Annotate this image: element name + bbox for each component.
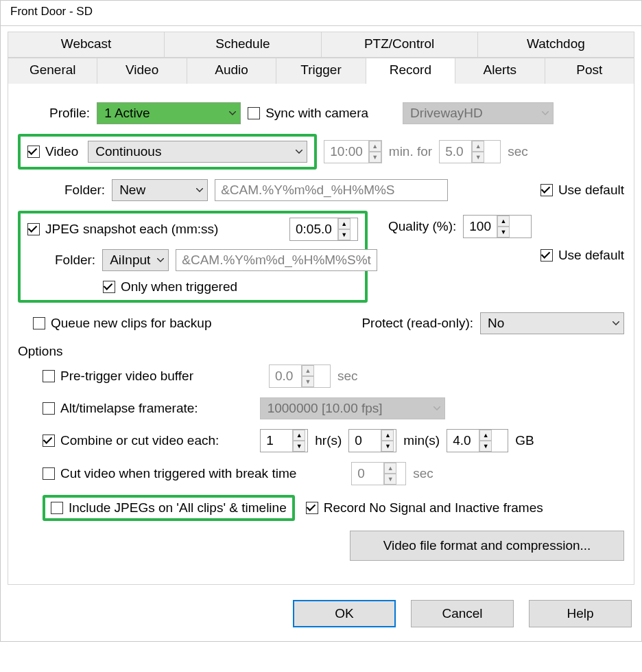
video-sec-spinner: 5.0 ▲▼ [439, 140, 501, 163]
video-sec-unit: sec [508, 144, 528, 159]
tab-audio[interactable]: Audio [187, 58, 276, 84]
tab-schedule[interactable]: Schedule [165, 32, 321, 58]
only-when-triggered-checkbox[interactable]: Only when triggered [103, 279, 237, 294]
video-pattern-value: &CAM.%Y%m%d_%H%M%S [221, 183, 394, 198]
combine-gb-unit: GB [515, 433, 534, 448]
jpeg-pattern-input[interactable]: &CAM.%Y%m%d_%H%M%S%t [176, 249, 377, 271]
tab-video[interactable]: Video [97, 58, 187, 84]
protect-label: Protect (read-only): [361, 316, 473, 331]
video-folder-value: New [119, 183, 145, 198]
checkbox-icon [540, 184, 553, 196]
tabs-row-1: Webcast Schedule PTZ/Control Watchdog [8, 32, 634, 58]
tab-alerts[interactable]: Alerts [455, 58, 545, 84]
video-time-unit: min. for [389, 144, 432, 159]
record-nosignal-label: Record No Signal and Inactive frames [324, 500, 543, 515]
video-use-default-checkbox[interactable]: Use default [540, 183, 624, 198]
video-folder-select[interactable]: New [112, 179, 208, 201]
tab-record[interactable]: Record [366, 58, 455, 84]
jpeg-interval-spinner[interactable]: 0:05.0 ▲▼ [289, 218, 358, 241]
altfps-label: Alt/timelapse framerate: [60, 401, 198, 416]
protect-select[interactable]: No [480, 312, 624, 334]
checkbox-icon [43, 370, 55, 382]
queue-backup-label: Queue new clips for backup [51, 316, 211, 331]
video-folder-label: Folder: [64, 183, 105, 198]
jpeg-quality-label: Quality (%): [388, 219, 456, 234]
pretrigger-spinner: 0.0 ▲▼ [269, 364, 331, 388]
ok-button-label: OK [335, 606, 353, 621]
tab-ptz[interactable]: PTZ/Control [322, 32, 478, 58]
cutbreak-value: 0 [352, 463, 383, 485]
tab-watchdog[interactable]: Watchdog [478, 32, 634, 58]
sync-camera-label: Sync with camera [265, 106, 368, 121]
video-time-spinner: 10:00 ▲▼ [324, 140, 382, 163]
record-nosignal-checkbox[interactable]: Record No Signal and Inactive frames [306, 500, 543, 515]
jpeg-quality-spinner[interactable]: 100 ▲▼ [463, 215, 532, 238]
cutbreak-unit: sec [413, 466, 433, 481]
tab-post[interactable]: Post [545, 58, 634, 84]
video-pattern-input[interactable]: &CAM.%Y%m%d_%H%M%S [215, 179, 448, 201]
help-button[interactable]: Help [529, 600, 632, 627]
combine-hrs-unit: hr(s) [315, 433, 342, 448]
video-checkbox-label: Video [45, 144, 78, 159]
combine-mins-spinner[interactable]: 0 ▲▼ [348, 429, 396, 452]
chevron-down-icon [289, 150, 302, 154]
jpeg-pattern-value: &CAM.%Y%m%d_%H%M%S%t [182, 253, 371, 268]
jpeg-folder-select[interactable]: AiInput [102, 249, 169, 271]
ok-button[interactable]: OK [293, 600, 396, 627]
cutbreak-checkbox[interactable]: Cut video when triggered with break time [43, 466, 296, 481]
window-title: Front Door - SD [1, 1, 641, 26]
video-mode-select[interactable]: Continuous [88, 141, 307, 163]
chevron-down-icon [606, 321, 619, 325]
jpeg-folder-value: AiInput [110, 253, 150, 268]
checkbox-icon [43, 467, 55, 480]
dialog-buttons: OK Cancel Help [1, 585, 641, 641]
profile-select[interactable]: 1 Active [97, 102, 241, 124]
include-jpegs-checkbox[interactable]: Include JPEGs on 'All clips' & timeline [51, 500, 287, 515]
jpeg-folder-label: Folder: [55, 253, 95, 268]
cutbreak-spinner: 0 ▲▼ [351, 462, 406, 485]
checkbox-icon [27, 223, 40, 235]
profile-label: Profile: [49, 106, 90, 121]
cancel-button[interactable]: Cancel [411, 600, 514, 627]
video-mode-value: Continuous [95, 144, 161, 159]
jpeg-use-default-checkbox[interactable]: Use default [540, 248, 624, 263]
combine-hrs: 1 [261, 430, 292, 452]
video-format-button-label: Video file format and compression... [383, 538, 591, 553]
chevron-down-icon [427, 406, 440, 410]
queue-backup-checkbox[interactable]: Queue new clips for backup [33, 316, 211, 331]
jpeg-snapshot-checkbox[interactable]: JPEG snapshot each (mm:ss) [27, 222, 218, 237]
video-use-default-label: Use default [558, 183, 624, 198]
jpeg-quality-value: 100 [464, 216, 497, 237]
video-format-button[interactable]: Video file format and compression... [350, 531, 624, 561]
combine-mins-unit: min(s) [403, 433, 440, 448]
only-when-triggered-label: Only when triggered [121, 279, 237, 294]
tab-webcast[interactable]: Webcast [8, 32, 165, 58]
combine-gb: 4.0 [447, 430, 479, 452]
checkbox-icon [43, 435, 55, 447]
altfps-checkbox[interactable]: Alt/timelapse framerate: [43, 401, 198, 416]
jpeg-use-default-label: Use default [558, 248, 624, 263]
camera-value: DrivewayHD [410, 106, 483, 121]
chevron-down-icon [189, 188, 203, 192]
video-checkbox[interactable]: Video [27, 144, 78, 159]
checkbox-icon [248, 107, 260, 119]
sync-camera-checkbox[interactable]: Sync with camera [248, 106, 368, 121]
checkbox-icon [27, 146, 40, 158]
camera-select: DrivewayHD [403, 102, 554, 124]
pretrigger-checkbox[interactable]: Pre-trigger video buffer [43, 369, 193, 384]
video-sec-value: 5.0 [440, 141, 471, 163]
combine-checkbox[interactable]: Combine or cut video each: [43, 433, 219, 448]
checkbox-icon [51, 502, 63, 514]
profile-value: 1 Active [104, 106, 150, 121]
jpeg-snapshot-label: JPEG snapshot each (mm:ss) [45, 222, 218, 237]
combine-hrs-spinner[interactable]: 1 ▲▼ [260, 429, 308, 452]
combine-gb-spinner[interactable]: 4.0 ▲▼ [447, 429, 508, 452]
checkbox-icon [540, 249, 553, 262]
record-panel: Profile: 1 Active Sync with camera Drive… [8, 83, 634, 585]
combine-label: Combine or cut video each: [60, 433, 219, 448]
jpeg-interval-value: 0:05.0 [290, 218, 337, 240]
tab-general[interactable]: General [8, 58, 97, 84]
options-heading: Options [18, 344, 624, 359]
combine-mins: 0 [349, 430, 381, 452]
tab-trigger[interactable]: Trigger [276, 58, 366, 84]
